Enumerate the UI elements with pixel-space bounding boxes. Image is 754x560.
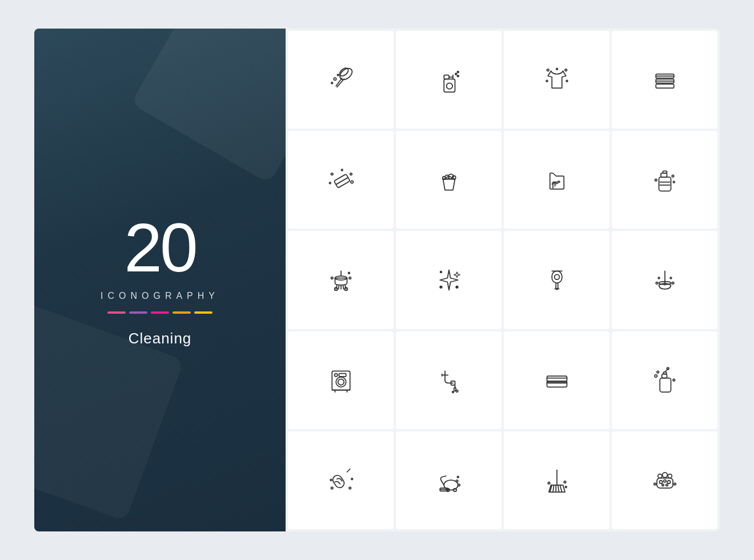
svg-point-66 [656, 282, 658, 284]
svg-point-67 [672, 282, 674, 284]
svg-point-82 [452, 391, 454, 393]
svg-point-98 [349, 487, 351, 490]
svg-point-127 [653, 483, 656, 486]
icon-mop-head [288, 231, 394, 329]
icon-sponge [612, 431, 717, 529]
svg-point-68 [658, 277, 660, 279]
svg-rect-40 [663, 171, 667, 173]
icon-washing-machine [288, 331, 394, 429]
svg-point-105 [453, 489, 456, 491]
svg-point-117 [565, 486, 567, 488]
svg-point-28 [350, 173, 352, 175]
svg-line-96 [347, 469, 350, 472]
svg-point-29 [351, 181, 353, 183]
icon-toilet-roll [504, 231, 609, 329]
svg-point-11 [455, 73, 456, 75]
color-bar-4 [173, 311, 191, 314]
svg-point-43 [672, 175, 674, 177]
svg-point-126 [668, 474, 672, 478]
icon-cleaning-cloth [504, 131, 609, 229]
svg-point-100 [351, 478, 352, 480]
svg-rect-22 [656, 84, 674, 88]
icon-washing-shirt [504, 31, 609, 129]
svg-line-48 [338, 285, 339, 289]
svg-point-63 [554, 274, 559, 279]
svg-point-99 [330, 479, 332, 481]
svg-line-114 [560, 485, 562, 492]
svg-point-128 [673, 483, 676, 486]
icon-liquid-soap [612, 331, 717, 429]
svg-line-113 [558, 485, 559, 492]
color-bar-2 [129, 311, 147, 314]
svg-point-55 [331, 277, 333, 279]
svg-point-16 [565, 69, 567, 71]
svg-point-93 [657, 371, 659, 373]
svg-point-69 [670, 277, 672, 279]
svg-point-73 [334, 374, 337, 377]
svg-point-58 [440, 286, 442, 288]
svg-point-125 [662, 473, 667, 478]
svg-point-13 [457, 75, 459, 77]
svg-point-15 [547, 69, 549, 71]
svg-rect-87 [660, 378, 671, 393]
icon-feather-duster [288, 31, 394, 129]
left-content: 20 ICONOGRAPHY Cleaning [101, 213, 219, 347]
color-bar-5 [194, 311, 212, 314]
svg-point-92 [655, 375, 657, 377]
svg-point-56 [349, 277, 351, 279]
svg-point-18 [566, 80, 568, 82]
svg-point-122 [661, 484, 664, 486]
svg-rect-62 [552, 271, 562, 283]
icon-eraser-bubbles [288, 131, 394, 229]
svg-line-111 [553, 485, 554, 492]
svg-point-124 [657, 474, 661, 478]
color-bar-3 [151, 311, 169, 314]
left-panel: 20 ICONOGRAPHY Cleaning [34, 29, 286, 531]
svg-point-27 [331, 173, 333, 175]
icon-count: 20 [101, 213, 219, 282]
svg-point-108 [457, 477, 459, 478]
svg-rect-74 [339, 374, 346, 377]
icon-broom [504, 431, 609, 529]
svg-point-44 [655, 179, 657, 181]
svg-point-30 [329, 182, 331, 184]
svg-point-121 [667, 481, 670, 483]
icon-bucket-foam [396, 131, 502, 229]
color-bar-1 [107, 311, 126, 314]
icon-plunger [612, 231, 717, 329]
svg-point-60 [440, 271, 442, 273]
svg-rect-38 [659, 177, 671, 191]
icon-grid [286, 29, 720, 531]
category-title: Cleaning [101, 330, 219, 347]
icon-sparkle-stars [396, 231, 502, 329]
svg-point-59 [456, 286, 458, 288]
icon-detergent-bottle [612, 131, 717, 229]
svg-point-97 [331, 487, 333, 490]
svg-point-57 [348, 272, 350, 274]
svg-point-4 [334, 78, 336, 80]
icon-spray-bottle [396, 31, 502, 129]
svg-point-119 [659, 481, 662, 483]
svg-point-12 [457, 71, 459, 73]
svg-point-120 [663, 480, 665, 482]
svg-point-123 [665, 484, 668, 486]
svg-point-36 [442, 177, 445, 179]
svg-rect-8 [444, 75, 449, 79]
svg-point-107 [458, 484, 460, 486]
svg-rect-88 [661, 374, 667, 378]
svg-line-50 [343, 285, 343, 289]
svg-point-14 [446, 83, 452, 89]
svg-point-81 [456, 390, 458, 393]
svg-point-94 [673, 379, 675, 381]
iconography-label: ICONOGRAPHY [101, 291, 219, 301]
svg-point-116 [564, 481, 566, 483]
svg-point-106 [456, 480, 458, 482]
svg-point-19 [556, 68, 558, 70]
svg-point-72 [338, 379, 344, 385]
main-container: 20 ICONOGRAPHY Cleaning [34, 29, 720, 531]
svg-rect-39 [661, 173, 667, 177]
svg-point-115 [548, 482, 550, 485]
svg-point-31 [341, 169, 343, 171]
svg-rect-7 [444, 79, 455, 92]
icon-lint-roller [288, 431, 394, 529]
